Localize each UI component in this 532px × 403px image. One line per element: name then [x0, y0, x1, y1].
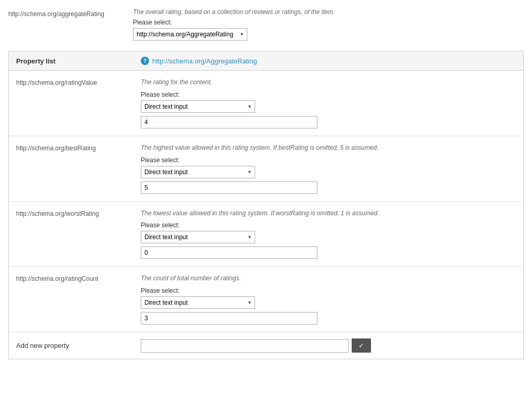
top-select-wrapper: http://schema.org/AggregateRating [133, 28, 247, 41]
table-row: http://schema.org/ratingValue The rating… [9, 71, 523, 136]
add-new-input[interactable] [141, 339, 349, 353]
property-list-link: ? http://schema.org/AggregateRating [141, 57, 257, 65]
property-description-bestrating: The highest value allowed in this rating… [141, 144, 516, 152]
top-please-select: Please select: [133, 19, 524, 26]
table-row: http://schema.org/worstRating The lowest… [9, 202, 523, 267]
text-input-ratingcount[interactable] [141, 312, 317, 324]
text-input-ratingvalue[interactable] [141, 116, 317, 128]
property-name-ratingvalue: http://schema.org/ratingValue [16, 78, 141, 86]
schema-link[interactable]: http://schema.org/AggregateRating [152, 57, 257, 65]
please-select-ratingvalue: Please select: [141, 91, 516, 98]
table-row: http://schema.org/ratingCount The count … [9, 267, 523, 332]
property-table: Property list ? http://schema.org/Aggreg… [8, 51, 524, 359]
please-select-worstrating: Please select: [141, 222, 516, 229]
property-description-ratingvalue: The rating for the content. [141, 78, 516, 87]
top-section: http://schema.org/aggregateRating The ov… [8, 8, 524, 41]
property-name-worstrating: http://schema.org/worstRating [16, 209, 141, 217]
top-description: The overall rating, based on a collectio… [133, 8, 524, 16]
add-new-label: Add new property [16, 342, 141, 349]
add-new-confirm-button[interactable]: ✓ [352, 339, 371, 353]
select-wrapper-bestrating: Direct text input [141, 166, 255, 178]
add-new-right: ✓ [141, 339, 516, 353]
property-list-title: Property list [16, 57, 141, 65]
property-value-ratingcount: The count of total number of ratings. Pl… [141, 274, 516, 324]
select-wrapper-ratingvalue: Direct text input [141, 100, 255, 113]
select-worstrating[interactable]: Direct text input [141, 231, 255, 243]
top-schema-label: http://schema.org/aggregateRating [8, 8, 133, 18]
select-wrapper-worstrating: Direct text input [141, 231, 255, 243]
property-description-ratingcount: The count of total number of ratings. [141, 274, 516, 283]
table-row: http://schema.org/bestRating The highest… [9, 136, 523, 202]
select-ratingvalue[interactable]: Direct text input [141, 100, 255, 113]
property-value-worstrating: The lowest value allowed in this rating … [141, 209, 516, 259]
property-name-bestrating: http://schema.org/bestRating [16, 144, 141, 152]
property-value-ratingvalue: The rating for the content. Please selec… [141, 78, 516, 128]
property-table-header: Property list ? http://schema.org/Aggreg… [9, 51, 523, 71]
text-input-worstrating[interactable] [141, 246, 317, 259]
add-new-row: Add new property ✓ [9, 332, 523, 359]
please-select-ratingcount: Please select: [141, 287, 516, 294]
top-right: The overall rating, based on a collectio… [133, 8, 524, 41]
help-icon[interactable]: ? [141, 57, 149, 65]
top-select[interactable]: http://schema.org/AggregateRating [133, 28, 247, 41]
please-select-bestrating: Please select: [141, 157, 516, 164]
select-bestrating[interactable]: Direct text input [141, 166, 255, 178]
text-input-bestrating[interactable] [141, 181, 317, 194]
select-wrapper-ratingcount: Direct text input [141, 296, 255, 309]
select-ratingcount[interactable]: Direct text input [141, 296, 255, 309]
property-description-worstrating: The lowest value allowed in this rating … [141, 209, 516, 218]
property-value-bestrating: The highest value allowed in this rating… [141, 144, 516, 194]
property-name-ratingcount: http://schema.org/ratingCount [16, 274, 141, 282]
